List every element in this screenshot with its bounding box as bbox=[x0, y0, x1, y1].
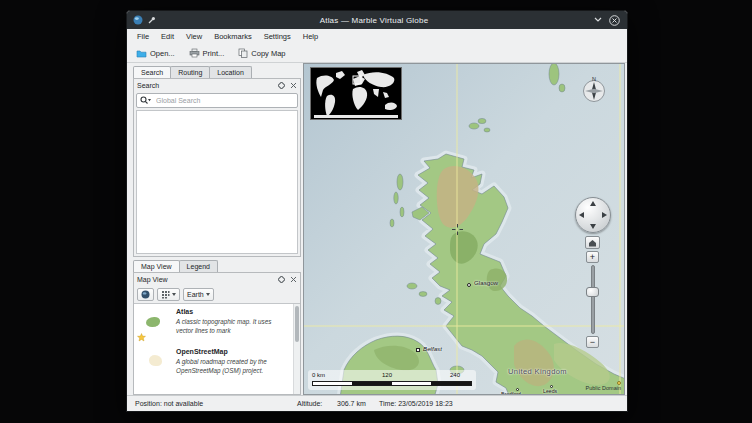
theme-description: A classic topographic map. It uses vecto… bbox=[176, 317, 284, 336]
close-panel-button[interactable] bbox=[289, 276, 297, 284]
belfast-marker[interactable] bbox=[416, 348, 420, 352]
tab-legend[interactable]: Legend bbox=[179, 260, 218, 272]
close-panel-icon bbox=[290, 276, 297, 283]
copy-map-button[interactable]: Copy Map bbox=[233, 45, 292, 61]
grid-options-button[interactable] bbox=[157, 288, 180, 301]
glasgow-marker[interactable] bbox=[467, 283, 471, 287]
titlebar-icons bbox=[127, 15, 156, 25]
overview-world-icon bbox=[311, 68, 401, 119]
menu-settings[interactable]: Settings bbox=[258, 31, 297, 42]
map-view-panel: Map View bbox=[133, 272, 301, 395]
open-button[interactable]: Open... bbox=[131, 46, 182, 61]
zoom-out-button[interactable]: − bbox=[586, 336, 599, 348]
statusbar: Position: not available Altitude: 306.7 … bbox=[127, 395, 627, 411]
navigation-pad[interactable] bbox=[575, 197, 611, 233]
theme-item-atlas[interactable]: Atlas A classic topographic map. It uses… bbox=[134, 304, 300, 344]
close-panel-icon bbox=[290, 82, 297, 89]
search-panel-buttons bbox=[277, 82, 297, 90]
float-panel-button[interactable] bbox=[277, 276, 285, 284]
menu-file[interactable]: File bbox=[131, 31, 155, 42]
map-canvas[interactable]: N + − Glasgow Belfas bbox=[303, 63, 625, 395]
search-input-row bbox=[136, 93, 298, 108]
projection-button[interactable] bbox=[137, 288, 154, 301]
pan-left-arrow-icon[interactable] bbox=[579, 212, 584, 218]
map-view-toolbar: Earth bbox=[134, 286, 300, 303]
tab-map-view[interactable]: Map View bbox=[133, 260, 180, 272]
menu-view[interactable]: View bbox=[180, 31, 208, 42]
scale-label-start: 0 km bbox=[312, 372, 325, 378]
tab-location[interactable]: Location bbox=[209, 66, 251, 78]
marble-window: Atlas — Marble Virtual Globe File Edit V… bbox=[126, 10, 628, 412]
map-view-panel-buttons bbox=[277, 276, 297, 284]
search-panel: Search bbox=[133, 78, 301, 257]
copy-icon bbox=[238, 48, 248, 58]
tab-routing[interactable]: Routing bbox=[170, 66, 210, 78]
search-results-list[interactable] bbox=[136, 110, 298, 254]
menu-edit[interactable]: Edit bbox=[155, 31, 180, 42]
map-view-panel-header: Map View bbox=[134, 273, 300, 286]
scrollbar-handle[interactable] bbox=[295, 306, 299, 342]
scale-label-end: 240 bbox=[450, 372, 460, 378]
favorite-star-icon bbox=[137, 333, 146, 342]
pan-down-arrow-icon[interactable] bbox=[590, 224, 596, 229]
theme-thumbnail-osm bbox=[139, 348, 171, 380]
pin-icon bbox=[147, 16, 156, 25]
chevron-down-icon bbox=[172, 293, 176, 296]
printer-icon bbox=[189, 48, 200, 58]
theme-name: OpenStreetMap bbox=[176, 348, 284, 355]
theme-text: Atlas A classic topographic map. It uses… bbox=[176, 308, 284, 340]
copy-map-button-label: Copy Map bbox=[251, 49, 285, 58]
celestial-body-select[interactable]: Earth bbox=[183, 288, 214, 301]
compass-rose-icon: N bbox=[580, 75, 608, 103]
map-center-crosshair-icon bbox=[452, 224, 463, 235]
theme-text: OpenStreetMap A global roadmap created b… bbox=[176, 348, 284, 380]
print-button[interactable]: Print... bbox=[184, 45, 232, 61]
titlebar[interactable]: Atlas — Marble Virtual Globe bbox=[127, 11, 627, 29]
pan-up-arrow-icon[interactable] bbox=[590, 201, 596, 206]
tab-search[interactable]: Search bbox=[133, 66, 171, 78]
search-panel-header: Search bbox=[134, 79, 300, 92]
global-search-input[interactable] bbox=[154, 96, 294, 105]
close-panel-button[interactable] bbox=[289, 82, 297, 90]
zoom-slider-handle[interactable] bbox=[586, 287, 599, 297]
scale-label-mid: 120 bbox=[382, 372, 392, 378]
shade-button[interactable] bbox=[592, 15, 603, 26]
theme-name: Atlas bbox=[176, 308, 284, 315]
scale-bar: 0 km 120 240 bbox=[308, 370, 476, 390]
close-button[interactable] bbox=[609, 15, 620, 26]
menubar: File Edit View Bookmarks Settings Help bbox=[127, 29, 627, 44]
window-title: Atlas — Marble Virtual Globe bbox=[156, 16, 592, 25]
city-label: Glasgow bbox=[474, 279, 498, 286]
zoom-slider-track[interactable] bbox=[591, 265, 595, 334]
map-view-panel-title: Map View bbox=[137, 276, 168, 283]
overview-map[interactable] bbox=[310, 67, 402, 120]
zoom-in-button[interactable]: + bbox=[586, 251, 599, 263]
app-globe-icon bbox=[133, 15, 143, 25]
chevron-down-icon bbox=[206, 293, 210, 296]
map-theme-list: Atlas A classic topographic map. It uses… bbox=[134, 303, 300, 394]
home-button[interactable] bbox=[585, 236, 600, 249]
search-panel-title: Search bbox=[137, 82, 159, 89]
home-icon bbox=[588, 239, 597, 247]
theme-item-openstreetmap[interactable]: OpenStreetMap A global roadmap created b… bbox=[134, 344, 300, 384]
float-icon bbox=[278, 82, 285, 89]
menu-bookmarks[interactable]: Bookmarks bbox=[208, 31, 258, 42]
grid-icon bbox=[161, 290, 170, 299]
mapview-tabbar: Map View Legend bbox=[133, 257, 301, 272]
town-label: Leeds bbox=[543, 388, 557, 394]
status-altitude-label: Altitude: bbox=[297, 400, 322, 407]
float-panel-button[interactable] bbox=[277, 82, 285, 90]
menu-help[interactable]: Help bbox=[297, 31, 324, 42]
theme-list-scrollbar[interactable] bbox=[293, 304, 300, 394]
close-icon bbox=[609, 15, 620, 26]
pan-right-arrow-icon[interactable] bbox=[602, 212, 607, 218]
map-attribution: Public Domain bbox=[586, 385, 621, 391]
main-toolbar: Open... Print... Copy Map bbox=[127, 44, 627, 63]
search-tabbar: Search Routing Location bbox=[133, 63, 301, 78]
theme-description: A global roadmap created by the OpenStre… bbox=[176, 357, 284, 376]
chevron-down-icon bbox=[594, 17, 602, 23]
compass[interactable]: N bbox=[580, 75, 608, 103]
status-time: Time: 23/05/2019 18:23 bbox=[379, 400, 453, 407]
search-icon bbox=[140, 96, 151, 105]
globe-projection-icon bbox=[141, 290, 150, 299]
